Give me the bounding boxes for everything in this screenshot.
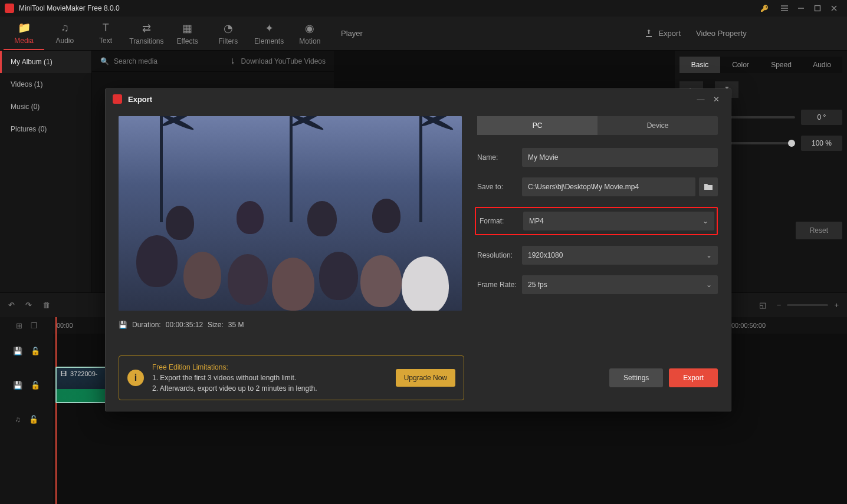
export-preview-image bbox=[119, 116, 462, 311]
premium-key-icon[interactable] bbox=[756, 0, 773, 17]
reset-button[interactable]: Reset bbox=[796, 222, 842, 239]
saveto-label: Save to: bbox=[477, 183, 522, 191]
tab-filters[interactable]: ◔Filters bbox=[208, 17, 248, 50]
fps-label: Frame Rate: bbox=[477, 281, 522, 289]
dialog-close-icon[interactable]: ✕ bbox=[708, 95, 724, 104]
dialog-minimize-icon[interactable]: — bbox=[693, 95, 708, 104]
export-icon bbox=[644, 29, 654, 38]
svg-rect-0 bbox=[815, 6, 820, 11]
search-icon: 🔍 bbox=[100, 57, 109, 65]
music-icon: ♫ bbox=[61, 22, 69, 34]
segment-device[interactable]: Device bbox=[598, 116, 718, 135]
download-youtube-link[interactable]: Download YouTube Videos bbox=[241, 57, 326, 65]
close-icon[interactable] bbox=[826, 0, 842, 17]
player-header: Player Export bbox=[334, 17, 688, 50]
window-titlebar: MiniTool MovieMaker Free 8.0.0 bbox=[0, 0, 847, 17]
clip-icon: 🎞 bbox=[60, 370, 67, 377]
name-input[interactable] bbox=[522, 148, 718, 167]
chevron-down-icon: ⌄ bbox=[706, 281, 712, 289]
limitations-header: Free Edition Limitations: bbox=[152, 362, 317, 373]
folder-icon: 📁 bbox=[18, 21, 31, 34]
fps-select[interactable]: 25 fps ⌄ bbox=[522, 275, 718, 294]
elements-icon: ✦ bbox=[265, 22, 274, 35]
sidebar-item-music[interactable]: Music (0) bbox=[0, 95, 91, 118]
search-input[interactable]: Search media bbox=[114, 57, 229, 65]
save-track-icon[interactable]: 💾 bbox=[13, 381, 22, 390]
minimize-icon[interactable] bbox=[793, 0, 809, 17]
lock-track-icon[interactable]: 🔓 bbox=[31, 347, 40, 355]
export-dialog: Export — ✕ bbox=[105, 88, 731, 411]
zoom-out-icon[interactable]: − bbox=[777, 301, 782, 309]
dialog-logo-icon bbox=[113, 94, 122, 104]
lock-track-icon[interactable]: 🔓 bbox=[29, 415, 38, 424]
text-icon: T bbox=[103, 22, 109, 34]
tab-media[interactable]: 📁Media bbox=[4, 17, 44, 50]
player-title: Player bbox=[341, 29, 363, 38]
upgrade-button[interactable]: Upgrade Now bbox=[396, 369, 455, 387]
dialog-title: Export bbox=[128, 95, 152, 104]
save-icon: 💾 bbox=[119, 321, 127, 329]
playhead[interactable] bbox=[55, 317, 57, 504]
tab-transitions[interactable]: ⇄Transitions bbox=[126, 17, 167, 50]
video-property-header: Video Property bbox=[688, 17, 847, 50]
app-title: MiniTool MovieMaker Free 8.0.0 bbox=[19, 4, 120, 12]
size-value: 35 M bbox=[228, 321, 244, 329]
add-track-icon[interactable]: ⊞ bbox=[16, 321, 22, 330]
opacity-value: 100 % bbox=[801, 136, 842, 151]
limitations-line2: 2. Afterwards, export video up to 2 minu… bbox=[152, 383, 317, 394]
format-label: Format: bbox=[480, 217, 523, 225]
vp-tab-basic[interactable]: Basic bbox=[679, 57, 720, 73]
tab-text[interactable]: TText bbox=[86, 17, 126, 50]
duplicate-track-icon[interactable]: ❐ bbox=[31, 321, 38, 330]
download-icon: ⭳ bbox=[229, 57, 237, 65]
limitations-line1: 1. Export the first 3 videos without len… bbox=[152, 373, 317, 383]
saveto-input[interactable] bbox=[522, 177, 695, 196]
rotate-value: 0 ° bbox=[801, 110, 842, 125]
chevron-down-icon: ⌄ bbox=[706, 251, 712, 259]
sidebar-item-pictures[interactable]: Pictures (0) bbox=[0, 118, 91, 140]
undo-icon[interactable]: ↶ bbox=[8, 301, 15, 309]
redo-icon[interactable]: ↷ bbox=[25, 301, 32, 309]
menu-icon[interactable] bbox=[776, 0, 793, 17]
tab-effects[interactable]: ▦Effects bbox=[167, 17, 208, 50]
transitions-icon: ⇄ bbox=[142, 22, 151, 35]
delete-icon[interactable]: 🗑 bbox=[42, 301, 50, 309]
save-track-icon[interactable]: 💾 bbox=[13, 347, 22, 355]
segment-pc[interactable]: PC bbox=[477, 116, 598, 135]
player-export-button[interactable]: Export bbox=[658, 29, 681, 38]
crop-icon[interactable]: ◱ bbox=[759, 301, 766, 309]
effects-icon: ▦ bbox=[182, 22, 192, 35]
tab-elements[interactable]: ✦Elements bbox=[249, 17, 290, 50]
browse-folder-button[interactable] bbox=[699, 177, 718, 196]
resolution-label: Resolution: bbox=[477, 251, 522, 259]
resolution-select[interactable]: 1920x1080 ⌄ bbox=[522, 246, 718, 265]
tab-motion[interactable]: ◉Motion bbox=[290, 17, 330, 50]
chevron-down-icon: ⌄ bbox=[702, 217, 708, 225]
motion-icon: ◉ bbox=[305, 22, 314, 35]
lock-track-icon[interactable]: 🔓 bbox=[31, 381, 40, 390]
main-toolbar: 📁Media ♫Audio TText ⇄Transitions ▦Effect… bbox=[0, 17, 334, 51]
limitations-box: i Free Edition Limitations: 1. Export th… bbox=[119, 355, 464, 400]
filters-icon: ◔ bbox=[224, 22, 233, 35]
music-track-icon[interactable]: ♫ bbox=[15, 415, 21, 424]
duration-value: 00:00:35:12 bbox=[166, 321, 203, 329]
album-sidebar: My Album (1) Videos (1) Music (0) Pictur… bbox=[0, 51, 92, 292]
maximize-icon[interactable] bbox=[809, 0, 826, 17]
sidebar-item-videos[interactable]: Videos (1) bbox=[0, 73, 91, 95]
vp-tab-audio[interactable]: Audio bbox=[802, 57, 842, 73]
settings-button[interactable]: Settings bbox=[609, 368, 663, 387]
tab-audio[interactable]: ♫Audio bbox=[44, 17, 85, 50]
vp-tab-speed[interactable]: Speed bbox=[761, 57, 802, 73]
info-icon: i bbox=[127, 370, 144, 386]
name-label: Name: bbox=[477, 153, 522, 162]
zoom-in-icon[interactable]: + bbox=[834, 301, 839, 309]
export-target-segment: PC Device bbox=[477, 116, 718, 135]
zoom-control[interactable]: − + bbox=[777, 301, 839, 309]
app-logo-icon bbox=[5, 4, 14, 13]
export-button[interactable]: Export bbox=[669, 368, 718, 387]
vp-tab-color[interactable]: Color bbox=[720, 57, 761, 73]
duration-label: Duration: bbox=[132, 321, 161, 329]
size-label: Size: bbox=[208, 321, 224, 329]
sidebar-item-myalbum[interactable]: My Album (1) bbox=[0, 51, 91, 73]
format-select[interactable]: MP4 ⌄ bbox=[523, 212, 714, 230]
